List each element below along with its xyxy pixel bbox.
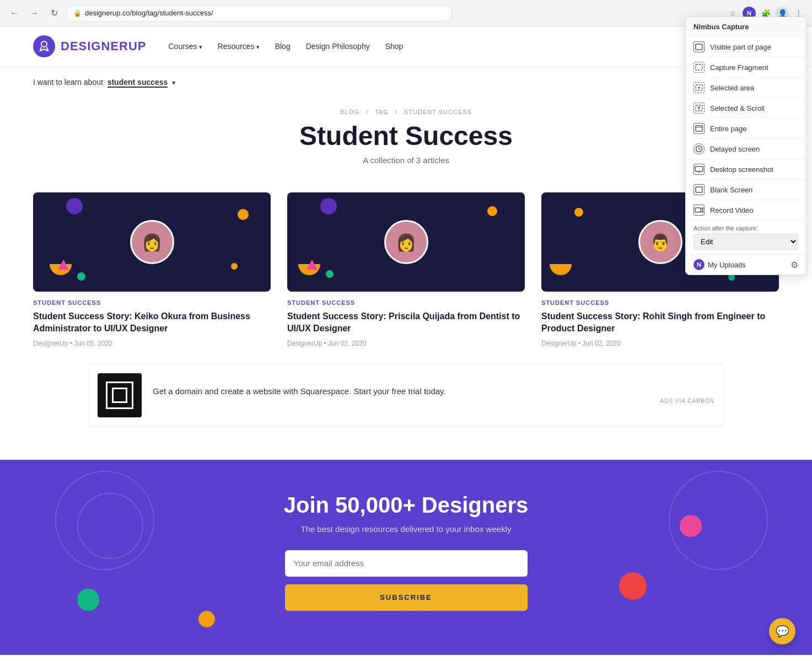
article-avatar: 👩 (384, 220, 428, 264)
svg-point-0 (41, 41, 47, 47)
breadcrumb-blog[interactable]: BLOG (340, 109, 359, 115)
nimbus-blank-screen[interactable]: Blank Screen (686, 180, 806, 200)
lock-icon: 🔒 (73, 9, 82, 17)
svg-rect-17 (696, 187, 702, 192)
article-meta: DesignerUp • Jun 05, 2020 (33, 340, 271, 347)
record-video-icon (693, 205, 705, 216)
nimbus-record-video[interactable]: Record Video (686, 200, 806, 221)
breadcrumb-category[interactable]: STUDENT SUCCESS (404, 109, 472, 115)
main-nav: Courses Resources Blog Design Philosophy… (168, 42, 403, 51)
nimbus-capture-fragment-label: Capture Fragment (710, 63, 768, 72)
filter-value[interactable]: student success (107, 78, 168, 88)
nimbus-visible-page-label: Visible part of page (710, 43, 771, 51)
article-title: Student Success Story: Priscila Quijada … (287, 310, 525, 335)
nimbus-action-select[interactable]: Edit Save Share (693, 234, 798, 250)
nav-courses[interactable]: Courses (168, 42, 202, 51)
logo-area[interactable]: DESIGNERUP (33, 35, 146, 57)
ad-banner[interactable]: Get a domain and create a website with S… (88, 364, 724, 427)
svg-rect-18 (695, 208, 701, 212)
blog-header: BLOG / TAG / STUDENT SUCCESS Student Suc… (33, 92, 779, 176)
breadcrumb-tag[interactable]: TAG (375, 109, 389, 115)
breadcrumb-sep1: / (366, 109, 368, 115)
article-card[interactable]: 👩 STUDENT SUCCESS Student Success Story:… (287, 192, 525, 347)
nimbus-delayed-screen[interactable]: Delayed screen (686, 139, 806, 159)
forward-button[interactable]: → (26, 6, 42, 21)
capture-fragment-icon (693, 62, 705, 73)
nimbus-capture-fragment[interactable]: Capture Fragment (686, 57, 806, 78)
article-avatar: 👩 (130, 220, 174, 264)
article-category: STUDENT SUCCESS (541, 299, 779, 306)
nimbus-uploads-label: My Uploads (708, 261, 746, 269)
ad-label: ADS VIA CARBON (153, 398, 714, 404)
nimbus-action-area: Action after the capture: Edit Save Shar… (686, 221, 806, 254)
nimbus-entire-page[interactable]: Entire page (686, 119, 806, 139)
topic-filter: I want to learn about student success ▾ (33, 67, 779, 92)
nimbus-entire-page-label: Entire page (710, 125, 747, 133)
delayed-screen-icon (693, 143, 705, 154)
selected-area-icon (693, 82, 705, 93)
nimbus-delayed-screen-label: Delayed screen (710, 145, 760, 153)
svg-rect-9 (696, 126, 702, 131)
ad-text: Get a domain and create a website with S… (153, 386, 714, 396)
nimbus-selected-scroll-label: Selected & Scroll (710, 104, 765, 112)
nimbus-badge: N (693, 259, 705, 270)
article-card[interactable]: 👩 STUDENT SUCCESS Student Success Story:… (33, 192, 271, 347)
nimbus-desktop-screenshot-label: Desktop screenshot (710, 165, 773, 174)
nimbus-selected-scroll[interactable]: Selected & Scroll (686, 98, 806, 119)
article-category: STUDENT SUCCESS (287, 299, 525, 306)
nimbus-selected-area-label: Selected area (710, 84, 754, 92)
nimbus-settings-icon[interactable]: ⚙ (791, 260, 798, 270)
entire-page-icon (693, 123, 705, 134)
squarespace-logo (106, 381, 133, 409)
logo-text: DESIGNERUP (61, 39, 146, 53)
articles-grid: 👩 STUDENT SUCCESS Student Success Story:… (33, 192, 779, 347)
logo-icon (33, 35, 55, 57)
selected-scroll-icon (693, 103, 705, 114)
url-text: designerup.co/blog/tag/student-success/ (85, 9, 213, 17)
footer-cta: Join 50,000+ Designers The best design r… (0, 460, 812, 655)
nimbus-blank-screen-label: Blank Screen (710, 186, 752, 194)
filter-arrow[interactable]: ▾ (172, 79, 175, 87)
subscribe-button[interactable]: SUBSCRIBE (285, 584, 528, 611)
nav-design-philosophy[interactable]: Design Philosophy (306, 42, 370, 51)
svg-rect-2 (696, 65, 702, 70)
article-category: STUDENT SUCCESS (33, 299, 271, 306)
email-input[interactable] (285, 550, 528, 577)
svg-rect-1 (696, 44, 702, 50)
blog-title: Student Success (33, 121, 779, 151)
nav-resources[interactable]: Resources (218, 42, 260, 51)
nimbus-record-video-label: Record Video (710, 206, 754, 214)
nimbus-header: Nimbus Capture (686, 17, 806, 37)
breadcrumb-sep2: / (395, 109, 397, 115)
nimbus-footer: N My Uploads ⚙ (686, 254, 806, 275)
article-thumb: 👩 (33, 192, 271, 292)
article-title: Student Success Story: Rohit Singh from … (541, 310, 779, 335)
article-thumb: 👩 (287, 192, 525, 292)
nav-shop[interactable]: Shop (385, 42, 404, 51)
nimbus-visible-page[interactable]: Visible part of page (686, 37, 806, 57)
filter-prefix: I want to learn about (33, 78, 103, 87)
article-title: Student Success Story: Keiko Okura from … (33, 310, 271, 335)
reload-button[interactable]: ↻ (46, 6, 62, 21)
desktop-screenshot-icon (693, 164, 705, 175)
address-bar[interactable]: 🔒 designerup.co/blog/tag/student-success… (66, 5, 452, 22)
nimbus-uploads[interactable]: N My Uploads (693, 259, 746, 270)
breadcrumb: BLOG / TAG / STUDENT SUCCESS (33, 109, 779, 115)
svg-line-13 (699, 149, 701, 150)
nimbus-panel: Nimbus Capture Visible part of page Capt… (685, 17, 806, 275)
nimbus-action-label: Action after the capture: (693, 225, 798, 232)
article-avatar: 👨 (638, 220, 682, 264)
article-meta: DesignerUp • Jun 02, 2020 (287, 340, 525, 347)
back-button[interactable]: ← (7, 6, 22, 21)
blog-subtitle: A collection of 3 articles (33, 155, 779, 165)
nimbus-desktop-screenshot[interactable]: Desktop screenshot (686, 159, 806, 180)
chat-button[interactable]: 💬 (769, 618, 795, 644)
svg-rect-14 (695, 166, 703, 171)
visible-page-icon (693, 41, 705, 52)
article-meta: DesignerUp • Jun 02, 2020 (541, 340, 779, 347)
nav-blog[interactable]: Blog (275, 42, 291, 51)
ad-logo (98, 373, 142, 417)
blank-screen-icon (693, 184, 705, 195)
nimbus-selected-area[interactable]: Selected area (686, 78, 806, 98)
